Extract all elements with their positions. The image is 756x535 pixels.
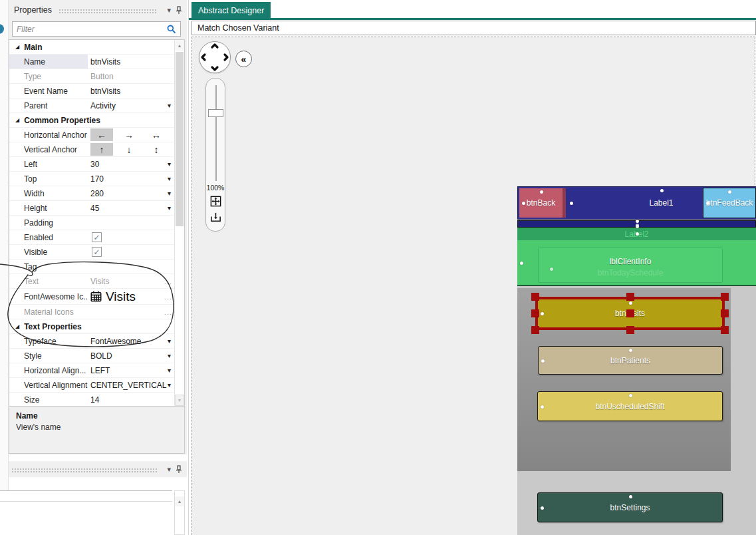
anchor-dot[interactable] [629, 349, 632, 352]
design-element-btnPatients[interactable]: btnPatients [538, 346, 723, 375]
anchor-dot[interactable] [660, 189, 664, 192]
zoom-slider-track[interactable] [215, 85, 217, 181]
prop-row-top[interactable]: Top 170 ▾ [9, 172, 174, 186]
dropdown-chevron-icon[interactable]: ▾ [168, 381, 171, 389]
pan-compass-control[interactable] [199, 41, 231, 73]
anchor-dot[interactable] [541, 405, 544, 409]
dropdown-chevron-icon[interactable]: ▾ [168, 204, 171, 212]
scroll-down-icon[interactable]: ▼ [175, 395, 184, 406]
tab-abstract-designer[interactable]: Abstract Designer [191, 2, 271, 19]
variant-selector[interactable]: Match Chosen Variant [191, 21, 756, 35]
prop-row-material-icons[interactable]: Material Icons ... [9, 305, 174, 319]
anchor-dot[interactable] [636, 224, 639, 227]
resize-handle[interactable] [626, 293, 634, 301]
ellipsis-button[interactable]: ... [164, 308, 172, 316]
filter-box[interactable] [12, 21, 181, 37]
anchor-dot[interactable] [541, 359, 545, 363]
prop-row-size[interactable]: Size 14 [9, 393, 174, 406]
collapse-triangle-icon[interactable]: ◢ [15, 117, 19, 123]
visible-checkbox[interactable]: ✓ [92, 247, 102, 257]
prop-row-horizontal-alignment[interactable]: Horizontal Align... LEFT ▾ [9, 363, 174, 378]
center-handle[interactable] [626, 309, 634, 317]
design-element-btnVisits-selected[interactable]: btnVisits [535, 297, 725, 330]
anchor-dot[interactable] [728, 190, 731, 194]
prop-row-name[interactable]: Name btnVisits [9, 55, 174, 69]
anchor-dot[interactable] [550, 268, 553, 271]
search-icon[interactable] [167, 25, 180, 34]
resize-handle[interactable] [531, 309, 539, 317]
resize-handle[interactable] [721, 293, 729, 301]
dropdown-chevron-icon[interactable]: ▾ [168, 190, 171, 197]
anchor-dot[interactable] [629, 394, 632, 397]
dropdown-chevron-icon[interactable]: ▾ [168, 367, 171, 374]
collapse-triangle-icon[interactable]: ◢ [15, 323, 19, 329]
dropdown-chevron-icon[interactable]: ▾ [168, 175, 171, 182]
design-element-btnBack[interactable]: btnBack [519, 188, 566, 218]
design-element-header-bar[interactable]: btnBack Label1 btnFeedBack [517, 186, 756, 220]
anchor-dot[interactable] [520, 262, 523, 265]
design-canvas[interactable]: « 100% [191, 37, 755, 535]
scroll-up-icon[interactable]: ▲ [175, 40, 184, 51]
anchor-dot[interactable] [706, 202, 709, 205]
pin-icon[interactable] [175, 6, 183, 15]
anchor-right-button[interactable]: → [118, 128, 140, 141]
dropdown-chevron-icon[interactable]: ▾ [168, 160, 171, 168]
anchor-dot[interactable] [570, 202, 573, 205]
scrollbar-thumb[interactable] [176, 52, 184, 226]
fontawesome-icon-value[interactable]: Visits [106, 289, 136, 304]
dropdown-chevron-icon[interactable]: ▾ [168, 337, 171, 345]
filter-input[interactable] [13, 25, 167, 34]
prop-row-enabled[interactable]: Enabled ✓ [9, 230, 174, 245]
fit-width-icon[interactable] [209, 210, 223, 224]
design-element-Label2[interactable]: Label2 [517, 228, 756, 240]
prop-row-text[interactable]: Text Visits ... [9, 274, 174, 289]
collapse-triangle-icon[interactable]: ◢ [15, 44, 19, 50]
design-element-btnUscheduledShift[interactable]: btnUscheduledShift [537, 391, 723, 421]
anchor-dot[interactable] [629, 495, 632, 498]
resize-handle[interactable] [721, 326, 729, 334]
anchor-dot[interactable] [636, 220, 639, 223]
section-text-properties[interactable]: ◢ Text Properties [9, 319, 174, 334]
panel-menu-chevron-icon[interactable]: ▾ [163, 465, 175, 474]
resize-handle[interactable] [531, 293, 539, 301]
prop-row-padding[interactable]: Padding [9, 216, 174, 230]
design-element-btnSettings[interactable]: btnSettings [537, 492, 723, 522]
dropdown-chevron-icon[interactable]: ▾ [168, 102, 171, 109]
enabled-checkbox[interactable]: ✓ [92, 232, 102, 242]
anchor-dot[interactable] [522, 202, 525, 205]
prop-row-tag[interactable]: Tag [9, 260, 174, 274]
anchor-dot[interactable] [541, 312, 544, 315]
design-element-gray-panel[interactable]: btnVisits btnPatients btnUscheduledShift [517, 288, 731, 471]
anchor-left-button[interactable]: ← [90, 128, 113, 141]
collapse-panel-icon[interactable]: « [235, 51, 252, 67]
ellipsis-button[interactable]: ... [164, 277, 172, 285]
zoom-slider-thumb[interactable] [208, 109, 223, 117]
design-element-btnTodaySchedule[interactable]: lblClientInfo btnTodaySchedule [538, 248, 723, 283]
dropdown-chevron-icon[interactable]: ▾ [168, 352, 171, 359]
prop-row-left[interactable]: Left 30 ▾ [9, 157, 174, 172]
prop-row-style[interactable]: Style BOLD ▾ [9, 349, 174, 363]
prop-row-height[interactable]: Height 45 ▾ [9, 201, 174, 216]
prop-row-width[interactable]: Width 280 ▾ [9, 186, 174, 201]
section-common-properties[interactable]: ◢ Common Properties [9, 113, 174, 128]
anchor-stretch-h-button[interactable]: ↔ [145, 128, 168, 141]
resize-handle[interactable] [531, 326, 539, 334]
anchor-dot[interactable] [629, 301, 632, 305]
panel-menu-chevron-icon[interactable]: ▾ [163, 6, 175, 15]
pin-icon[interactable] [175, 465, 183, 474]
secondary-panel-scrollbar[interactable]: ▲ [174, 490, 185, 535]
design-element-btnFeedBack[interactable]: btnFeedBack [703, 188, 756, 218]
resize-handle[interactable] [626, 326, 634, 334]
prop-row-typeface[interactable]: Typeface FontAwesome ▾ [9, 334, 174, 349]
anchor-dot[interactable] [541, 506, 544, 510]
anchor-dot[interactable] [636, 232, 639, 236]
prop-row-vertical-alignment[interactable]: Vertical Alignment CENTER_VERTICAL ▾ [9, 378, 174, 393]
design-element-lblClientInfo[interactable]: lblClientInfo btnTodaySchedule [517, 240, 756, 286]
anchor-stretch-v-button[interactable]: ↕ [145, 143, 168, 156]
scroll-up-icon[interactable]: ▲ [175, 496, 184, 506]
anchor-dot[interactable] [540, 190, 543, 194]
anchor-bottom-button[interactable]: ↓ [118, 143, 140, 156]
prop-value-name[interactable]: btnVisits [90, 57, 120, 67]
prop-row-fontawesome-icon[interactable]: FontAwesome Ic... [9, 289, 174, 305]
anchor-top-button[interactable]: ↑ [90, 143, 113, 156]
